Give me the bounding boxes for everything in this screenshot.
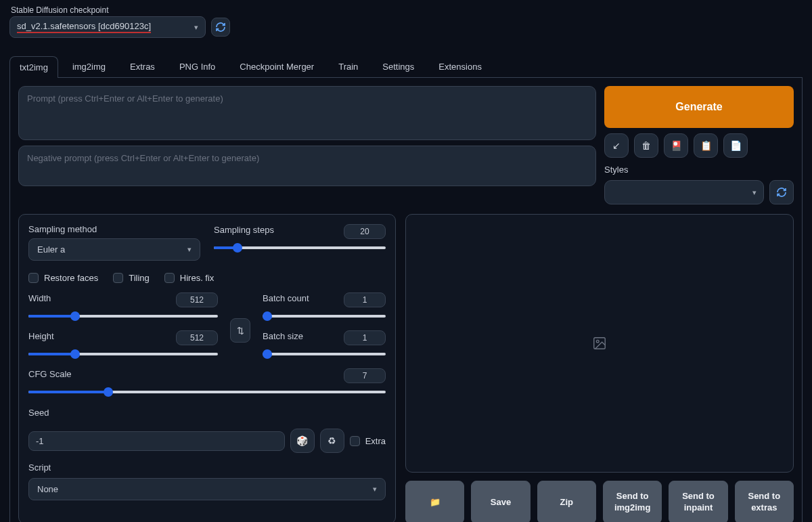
send-to-extras-button[interactable]: Send to extras [735,481,794,522]
batch-count-value[interactable]: 1 [344,292,386,307]
tab-img2img[interactable]: img2img [62,56,116,77]
tab-png-info[interactable]: PNG Info [169,56,225,77]
refresh-checkpoints-button[interactable] [211,18,230,37]
output-preview [405,214,794,473]
tab-txt2img[interactable]: txt2img [9,56,58,78]
zip-button[interactable]: Zip [537,481,596,522]
script-label: Script [28,462,386,473]
save-button[interactable]: Save [471,481,530,522]
image-placeholder-icon [592,336,607,351]
refresh-styles-button[interactable] [769,180,794,204]
generate-button[interactable]: Generate [604,86,794,128]
styles-label: Styles [604,165,794,175]
sampling-method-select[interactable]: Euler a ▾ [28,238,200,261]
width-slider[interactable] [28,311,218,321]
cfg-scale-value[interactable]: 7 [344,368,386,383]
swap-dimensions-button[interactable]: ⇅ [230,318,250,343]
styles-preset-button[interactable]: 🎴 [664,133,688,158]
width-label: Width [28,293,51,303]
prompt-input[interactable]: Prompt (press Ctrl+Enter or Alt+Enter to… [18,86,596,140]
negative-prompt-input[interactable]: Negative prompt (press Ctrl+Enter or Alt… [18,146,596,186]
tiling-checkbox[interactable]: Tiling [113,273,150,283]
randomize-seed-button[interactable]: 🎲 [290,429,315,453]
clear-prompt-button[interactable]: 🗑 [634,133,658,158]
script-select[interactable]: None ▾ [28,478,386,500]
tab-checkpoint-merger[interactable]: Checkpoint Merger [229,56,324,77]
copy-button[interactable]: 📋 [694,133,718,158]
hires-fix-checkbox[interactable]: Hires. fix [164,273,215,283]
cfg-scale-slider[interactable] [28,387,386,397]
tab-extensions[interactable]: Extensions [428,56,492,77]
svg-point-1 [596,340,599,343]
tab-extras[interactable]: Extras [120,56,165,77]
interrogate-button[interactable]: ↙ [604,133,629,158]
sampling-steps-value[interactable]: 20 [344,224,386,239]
chevron-down-icon: ▾ [194,23,198,32]
extra-seed-checkbox[interactable]: Extra [350,436,386,446]
seed-label: Seed [28,408,386,418]
reuse-seed-button[interactable]: ♻ [320,429,344,453]
batch-size-slider[interactable] [263,349,386,359]
tab-settings[interactable]: Settings [372,56,424,77]
height-slider[interactable] [28,349,218,359]
open-folder-button[interactable]: 📁 [405,481,464,522]
checkpoint-label: Stable Diffusion checkpoint [9,5,803,15]
width-value[interactable]: 512 [176,292,218,307]
sampling-method-label: Sampling method [28,224,200,234]
paste-button[interactable]: 📄 [723,133,748,158]
chevron-down-icon: ▾ [373,485,377,494]
height-label: Height [28,331,54,341]
chevron-down-icon: ▾ [187,245,191,254]
send-to-img2img-button[interactable]: Send to img2img [603,481,662,522]
tab-train[interactable]: Train [328,56,368,77]
batch-count-label: Batch count [263,293,309,303]
cfg-scale-label: CFG Scale [28,369,72,379]
styles-select[interactable]: ▾ [604,180,764,204]
height-value[interactable]: 512 [176,330,218,345]
checkpoint-select[interactable]: sd_v2.1.safetensors [dcd690123c] ▾ [9,16,206,38]
batch-count-slider[interactable] [263,311,386,321]
batch-size-label: Batch size [263,331,303,341]
batch-size-value[interactable]: 1 [344,330,386,345]
sampling-steps-label: Sampling steps [214,225,274,235]
restore-faces-checkbox[interactable]: Restore faces [28,273,98,283]
send-to-inpaint-button[interactable]: Send to inpaint [669,481,727,522]
sampling-steps-slider[interactable] [214,243,386,253]
seed-input[interactable] [28,431,285,451]
chevron-down-icon: ▾ [752,188,757,197]
